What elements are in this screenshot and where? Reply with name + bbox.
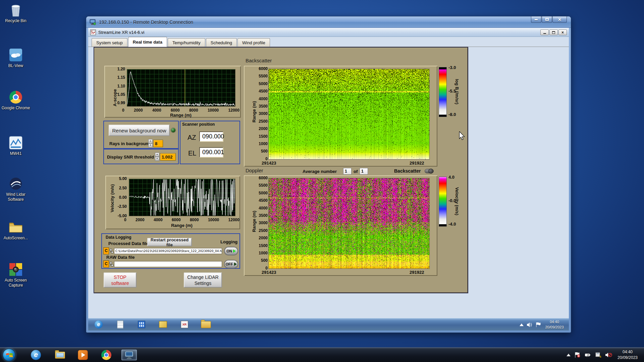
velocity-graph: Velocity (m/s) 5.002.500.00-2.50-5.00 02…	[105, 176, 240, 229]
renew-background-button[interactable]: Renew background now	[109, 125, 170, 136]
remote-clock[interactable]: 04:40 20/09/2023	[541, 319, 568, 330]
tray-flag-error-icon[interactable]	[575, 352, 581, 358]
data-logging-group: Data Logging Processed Data file Restart…	[101, 233, 240, 269]
taskbar-chrome-icon[interactable]	[100, 350, 113, 360]
desktop-icon-label: AutoScreen...	[0, 236, 31, 241]
processed-drive-box[interactable]: C	[103, 247, 109, 254]
tab-real-time-data[interactable]: Real time data	[128, 37, 167, 47]
change-line2: Settings	[195, 280, 212, 286]
snr-spinner[interactable]: ▲▼	[155, 153, 159, 161]
wind-lidar-icon	[8, 176, 23, 191]
backscatter-cbar-label: log B (/m/sr)	[454, 70, 460, 114]
scanner-position-title: Scanner position	[182, 122, 215, 127]
backscatter-toggle-switch[interactable]	[425, 169, 434, 173]
tray-battery-plug-icon[interactable]	[585, 352, 591, 358]
tray-save-warning-icon[interactable]	[595, 352, 601, 358]
ascope-y-ticks: 1.201.151.101.050.99	[113, 67, 125, 105]
remote-tray-flag-icon[interactable]	[536, 322, 541, 327]
spin-up-icon[interactable]: ▲	[148, 139, 153, 143]
processed-data-file-path[interactable]: C:\Lidar\Data\Proc\2023\202309\20230920\…	[114, 248, 222, 254]
mouse-cursor	[459, 131, 465, 140]
az-value-field[interactable]: 090.000	[199, 131, 223, 142]
data-logging-title: Data Logging	[106, 235, 131, 240]
spin-down-icon[interactable]: ▼	[155, 157, 159, 161]
remote-taskbar-grid-app-icon[interactable]	[136, 320, 147, 329]
vi-app-icon	[90, 29, 96, 35]
average-number-field[interactable]: 1	[343, 168, 352, 175]
remote-taskbar-map-icon[interactable]	[157, 320, 169, 329]
rdp-title: 192.168.0.150 - Remote Desktop Connectio…	[99, 19, 193, 25]
desktop-icon-wind-lidar[interactable]: Wind Lidar Software	[0, 176, 31, 202]
processed-data-file-label: Processed Data file	[108, 241, 149, 246]
remote-tray-up-arrow-icon[interactable]	[520, 323, 524, 326]
rays-spinner[interactable]: ▲▼	[148, 139, 153, 147]
spin-up-icon[interactable]: ▲	[155, 153, 159, 157]
taskbar-media-player-icon[interactable]	[76, 350, 89, 360]
taskbar-ie-icon[interactable]: e	[30, 350, 42, 360]
el-value-field[interactable]: 090.001	[199, 147, 223, 158]
restart-processed-file-button[interactable]: Restart processed file	[147, 238, 192, 246]
app-titlebar[interactable]: StreamLine XR v14-6.vi ×	[88, 28, 569, 37]
rdp-minimize-button[interactable]	[531, 16, 541, 23]
desktop-icon-bl-view[interactable]: BL-View	[0, 48, 31, 68]
display-snr-threshold-value[interactable]: 1.002	[160, 153, 176, 161]
tray-volume-muted-icon[interactable]	[605, 352, 612, 358]
rdp-maximize-button[interactable]	[542, 16, 552, 23]
rdp-monitor-icon	[124, 351, 134, 359]
processed-logging-on-button[interactable]: ON	[224, 247, 238, 255]
desktop-icon-recycle-bin[interactable]: Recycle Bin	[0, 3, 31, 23]
rdp-window: 192.168.0.150 - Remote Desktop Connectio…	[86, 16, 571, 333]
taskbar-rdp-icon[interactable]	[121, 350, 137, 360]
desktop-icon-auto-screen-capture[interactable]: Auto Screen Capture	[0, 262, 31, 288]
remote-tray-volume-icon[interactable]	[527, 322, 532, 327]
raw-logging-off-button[interactable]: OFF	[224, 260, 238, 268]
host-clock-time: 04:40	[613, 349, 642, 355]
desktop-icon-autoscreen[interactable]: AutoScreen...	[0, 220, 31, 241]
rdp-close-button[interactable]: ✕	[552, 16, 567, 23]
taskbar-explorer-icon[interactable]	[54, 350, 66, 360]
stop-software-button[interactable]: STOP software	[104, 273, 137, 288]
desktop-icon-label: BL-View	[0, 63, 31, 68]
remote-taskbar-streamline-xr-icon[interactable]: XR	[179, 320, 190, 329]
windows-flag-icon	[6, 352, 13, 359]
doppler-y-ticks: 6000550050004500400035003000250020001500…	[253, 176, 268, 270]
desktop-icon-mw41[interactable]: MW41	[0, 135, 31, 156]
maximize-icon	[545, 18, 549, 21]
ascope-canvas	[127, 69, 235, 106]
ascope-graph: A-scope 1.201.151.101.050.99 02000400060…	[104, 66, 241, 118]
remote-taskbar-folder-icon[interactable]	[200, 320, 212, 329]
desktop-icon-google-chrome[interactable]: Google Chrome	[0, 90, 31, 111]
processed-browse-icon[interactable]	[110, 249, 113, 254]
app-maximize-button[interactable]	[549, 29, 558, 35]
rdp-titlebar[interactable]: 192.168.0.150 - Remote Desktop Connectio…	[86, 16, 571, 28]
remote-taskbar-ie-icon[interactable]: e	[93, 320, 104, 329]
app-minimize-button[interactable]	[540, 29, 549, 35]
change-lidar-settings-button[interactable]: Change LiDAR Settings	[184, 273, 222, 288]
close-icon: ✕	[558, 17, 561, 22]
tab-scheduling[interactable]: Scheduling	[206, 38, 237, 47]
tray-up-arrow-icon[interactable]	[567, 354, 571, 356]
app-close-button[interactable]: ×	[558, 29, 567, 35]
tab-temp-humidity[interactable]: Temp/humidity	[168, 38, 205, 47]
host-clock[interactable]: 04:40 20/09/2023	[613, 349, 642, 361]
raw-data-file-path[interactable]	[114, 261, 222, 267]
doppler-canvas	[269, 178, 429, 268]
raw-drive-box[interactable]: C	[103, 260, 109, 267]
spin-down-icon[interactable]: ▼	[148, 143, 153, 148]
remote-clock-date: 20/09/2023	[541, 324, 568, 330]
raw-browse-icon[interactable]	[110, 262, 113, 267]
chrome-icon	[8, 90, 23, 105]
app-title: StreamLine XR v14-6.vi	[98, 30, 144, 35]
tab-wind-profile[interactable]: Wind profile	[237, 38, 270, 47]
start-button[interactable]	[2, 348, 16, 362]
desktop-icon-label: Auto Screen Capture	[0, 278, 31, 288]
el-label: EL	[188, 149, 196, 157]
average-count-field[interactable]: 1	[360, 168, 368, 175]
backscatter-x-end: 291922	[410, 161, 424, 166]
desktop-icon-label: Recycle Bin	[0, 18, 31, 23]
rays-in-background-value[interactable]: 8	[153, 140, 163, 147]
backscatter-toggle-label: Backscatter	[394, 168, 421, 174]
stop-line2: software	[111, 280, 129, 286]
tab-system-setup[interactable]: System setup	[92, 38, 127, 47]
remote-taskbar-notepad-icon[interactable]	[114, 320, 126, 329]
